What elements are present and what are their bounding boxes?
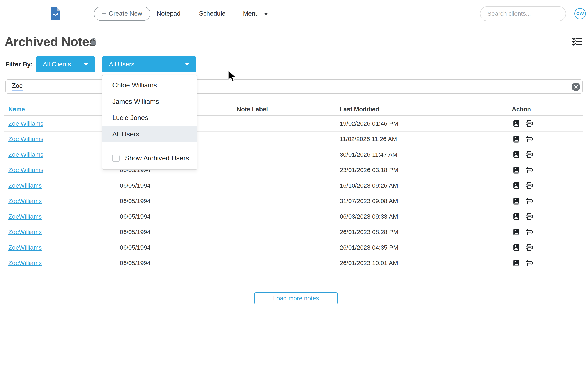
client-name-link[interactable]: ZoeWilliams (8, 244, 42, 251)
print-note-button[interactable] (525, 197, 533, 205)
client-name-link[interactable]: Zoe Williams (8, 167, 43, 173)
client-name-link[interactable]: Zoe Williams (8, 136, 43, 142)
view-image-button[interactable] (513, 151, 520, 158)
dob-cell: 06/05/1994 (120, 229, 237, 235)
printer-icon (525, 182, 533, 189)
table-row: Zoe Williams 30/01/2026 11:47 AM (4, 147, 583, 162)
last-modified-cell: 19/02/2026 01:46 PM (340, 120, 512, 127)
create-new-button[interactable]: + Create New (94, 7, 150, 21)
table-row: Zoe Williams 11/02/2026 11:26 AM (4, 132, 583, 147)
user-dropdown-panel: Chloe WilliamsJames WilliamsLucie JonesA… (102, 75, 197, 170)
search-clients-input[interactable] (480, 6, 566, 21)
user-filter-dropdown[interactable]: All Users (102, 56, 196, 72)
print-note-button[interactable] (525, 135, 533, 143)
dob-cell: 06/05/1994 (120, 244, 237, 251)
client-name-link[interactable]: Zoe Williams (8, 120, 43, 127)
print-note-button[interactable] (525, 244, 533, 251)
client-name-link[interactable]: Zoe Williams (8, 151, 43, 158)
nav-item-schedule[interactable]: Schedule (199, 0, 225, 27)
view-image-button[interactable] (513, 182, 520, 189)
show-archived-users-option[interactable]: Show Archived Users (103, 146, 197, 170)
user-dropdown-option[interactable]: Chloe Williams (103, 77, 197, 93)
load-more-notes-button[interactable]: Load more notes (254, 292, 338, 304)
image-icon (513, 151, 520, 158)
user-dropdown-option[interactable]: All Users (103, 126, 197, 142)
column-header-action: Action (512, 106, 583, 113)
image-icon (513, 213, 520, 220)
printer-icon (525, 151, 533, 158)
image-icon (513, 244, 520, 251)
show-archived-users-checkbox[interactable] (112, 155, 120, 162)
print-note-button[interactable] (525, 213, 533, 220)
print-note-button[interactable] (525, 228, 533, 236)
view-image-button[interactable] (513, 135, 520, 143)
image-icon (513, 228, 520, 236)
image-icon (513, 197, 520, 205)
table-row: ZoeWilliams 06/05/1994 26/01/2023 08:28 … (4, 225, 583, 240)
app-logo[interactable] (51, 0, 60, 27)
lock-icon (91, 37, 97, 47)
view-image-button[interactable] (513, 120, 520, 127)
user-avatar[interactable]: CW (574, 8, 586, 19)
image-icon (513, 135, 520, 143)
view-image-button[interactable] (513, 228, 520, 236)
table-row: Zoe Williams 06/05/1994 23/01/2026 03:18… (4, 162, 583, 178)
table-row: ZoeWilliams 06/05/1994 06/03/2023 09:33 … (4, 209, 583, 225)
table-row: ZoeWilliams 06/05/1994 26/01/2023 10:01 … (4, 256, 583, 271)
last-modified-cell: 06/03/2023 09:33 AM (340, 213, 512, 220)
dob-cell: 06/05/1994 (120, 182, 237, 189)
column-header-last-modified: Last Modified (340, 106, 512, 113)
printer-icon (525, 166, 533, 174)
client-filter-dropdown[interactable]: All Clients (36, 56, 95, 72)
archived-notes-table: Name Note Label Last Modified Action Zoe… (4, 103, 583, 271)
view-image-button[interactable] (513, 244, 520, 251)
user-dropdown-option[interactable]: James Williams (103, 93, 197, 110)
nav-item-menu[interactable]: Menu (243, 0, 268, 27)
user-dropdown-option[interactable]: Lucie Jones (103, 110, 197, 126)
view-image-button[interactable] (513, 166, 520, 174)
create-new-label: Create New (109, 10, 142, 17)
client-name-link[interactable]: ZoeWilliams (8, 229, 42, 235)
column-header-note-label: Note Label (237, 106, 340, 113)
view-image-button[interactable] (513, 259, 520, 267)
printer-icon (525, 244, 533, 251)
checklist-icon[interactable] (572, 37, 582, 47)
user-dropdown-list: Chloe WilliamsJames WilliamsLucie JonesA… (103, 77, 197, 142)
image-icon (513, 166, 520, 174)
view-image-button[interactable] (513, 197, 520, 205)
print-note-button[interactable] (525, 259, 533, 267)
printer-icon (525, 228, 533, 236)
print-note-button[interactable] (525, 151, 533, 158)
nav-item-notepad[interactable]: Notepad (156, 0, 181, 27)
client-filter-value: All Clients (43, 61, 71, 68)
dob-cell: 06/05/1994 (120, 213, 237, 220)
chevron-down-icon (264, 13, 268, 15)
last-modified-cell: 26/01/2023 08:28 PM (340, 229, 512, 235)
chevron-down-icon (185, 63, 190, 66)
chevron-down-icon (84, 63, 88, 66)
menu-label: Menu (243, 10, 259, 17)
client-name-link[interactable]: ZoeWilliams (8, 198, 42, 204)
client-name-link[interactable]: ZoeWilliams (8, 259, 42, 266)
dob-cell: 06/05/1994 (120, 198, 237, 205)
table-header-row: Name Note Label Last Modified Action (4, 103, 583, 116)
print-note-button[interactable] (525, 120, 533, 127)
last-modified-cell: 26/01/2023 04:35 PM (340, 244, 512, 251)
client-name-link[interactable]: ZoeWilliams (8, 182, 42, 189)
printer-icon (525, 259, 533, 267)
dob-cell: 06/05/1994 (120, 259, 237, 267)
clear-search-button[interactable] (572, 83, 580, 91)
notes-search-input[interactable]: Zoe (5, 79, 583, 94)
page-title: Archived Notes (4, 34, 96, 49)
image-icon (513, 182, 520, 189)
printer-icon (525, 197, 533, 205)
client-name-link[interactable]: ZoeWilliams (8, 213, 42, 220)
print-note-button[interactable] (525, 182, 533, 189)
table-body: Zoe Williams 19/02/2026 01:46 PM (4, 116, 583, 271)
print-note-button[interactable] (525, 166, 533, 174)
filter-by-label: Filter By: (5, 56, 33, 72)
view-image-button[interactable] (513, 213, 520, 220)
image-icon (513, 120, 520, 127)
last-modified-cell: 30/01/2026 11:47 AM (340, 151, 512, 158)
printer-icon (525, 213, 533, 220)
